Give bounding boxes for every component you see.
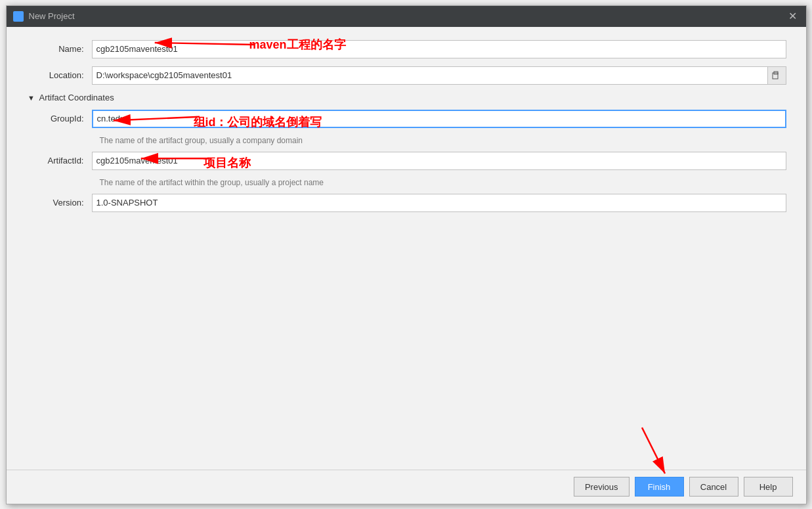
name-input[interactable] <box>92 40 786 58</box>
browse-button[interactable] <box>768 66 786 85</box>
cancel-button[interactable]: Cancel <box>689 477 738 497</box>
artifactid-label: ArtifactId: <box>26 156 92 166</box>
location-row: Location: <box>26 66 786 85</box>
name-label: Name: <box>26 44 92 54</box>
dialog-title: New Project <box>29 11 75 21</box>
location-label: Location: <box>26 70 92 80</box>
svg-rect-3 <box>19 17 22 20</box>
previous-button[interactable]: Previous <box>574 477 630 497</box>
svg-rect-0 <box>14 12 18 16</box>
groupid-row: GroupId: <box>26 110 786 128</box>
dialog-footer: Previous Finish Cancel Help <box>7 470 806 504</box>
artifact-section-header: ▼ Artifact Coordinates <box>26 93 786 103</box>
artifactid-input[interactable] <box>92 152 786 170</box>
groupid-label: GroupId: <box>26 114 92 123</box>
artifactid-hint: The name of the artifact within the grou… <box>92 178 786 187</box>
close-button[interactable]: ✕ <box>786 10 800 23</box>
groupid-hint: The name of the artifact group, usually … <box>92 136 786 145</box>
svg-rect-4 <box>773 73 778 79</box>
section-toggle[interactable]: ▼ <box>26 93 37 103</box>
location-input-wrapper <box>92 66 786 85</box>
new-project-dialog: New Project ✕ Name: Location: <box>6 5 807 504</box>
help-button[interactable]: Help <box>744 477 793 497</box>
dialog-content: Name: Location: ▼ Artifact Coordinates <box>7 27 806 470</box>
title-bar-left: New Project <box>13 11 75 22</box>
name-row: Name: <box>26 40 786 58</box>
artifactid-row: ArtifactId: <box>26 152 786 170</box>
svg-rect-1 <box>19 12 22 16</box>
version-row: Version: <box>26 194 786 212</box>
title-bar: New Project ✕ <box>7 6 806 27</box>
location-input[interactable] <box>92 66 768 85</box>
version-input[interactable] <box>92 194 786 212</box>
groupid-input[interactable] <box>92 110 786 128</box>
dialog-icon <box>13 11 24 22</box>
finish-button[interactable]: Finish <box>635 477 684 497</box>
svg-rect-2 <box>14 17 18 20</box>
artifact-section-title: Artifact Coordinates <box>39 93 114 102</box>
version-label: Version: <box>26 198 92 208</box>
